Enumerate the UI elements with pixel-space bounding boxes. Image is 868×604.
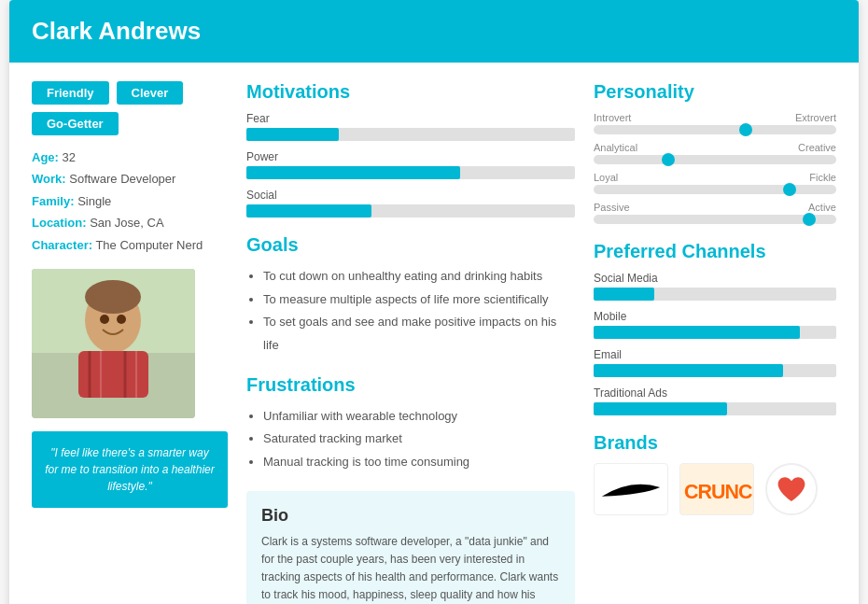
motivation-fear-bar: [246, 128, 339, 141]
frustration-item: Unfamiliar with wearable technology: [263, 405, 575, 428]
channel-bar: [594, 364, 783, 377]
motivation-power-label: Power: [246, 150, 575, 163]
frustrations-title: Frustrations: [246, 374, 575, 396]
channel-bar: [594, 326, 800, 339]
right-column: Personality Introvert Extrovert Analytic…: [594, 81, 836, 604]
motivation-fear-label: Fear: [246, 112, 575, 125]
personality-left: Loyal: [594, 172, 618, 183]
personality-track: [594, 125, 836, 134]
motivation-social-bar: [246, 204, 371, 218]
motivation-power-bar-bg: [246, 166, 575, 179]
motivations-title: Motivations: [246, 81, 575, 103]
tag-friendly[interactable]: Friendly: [32, 81, 109, 105]
quote-text: "I feel like there's a smarter way for m…: [45, 446, 214, 493]
channel-bar: [594, 288, 654, 301]
personality-track: [594, 185, 836, 194]
info-section: Age: 32 Work: Software Developer Family:…: [32, 147, 228, 256]
personality-labels-introvert: Introvert Extrovert: [594, 112, 836, 123]
frustrations-section: Frustrations Unfamiliar with wearable te…: [246, 374, 575, 474]
goals-section: Goals To cut down on unhealthy eating an…: [246, 234, 575, 358]
channel-bar: [594, 402, 727, 415]
personality-left: Analytical: [594, 142, 637, 153]
personality-dot: [783, 183, 796, 196]
personality-dot: [803, 213, 816, 226]
tag-clever[interactable]: Clever: [117, 81, 184, 105]
frustrations-list: Unfamiliar with wearable technology Satu…: [246, 405, 575, 474]
svg-text:CRUNCH: CRUNCH: [684, 481, 753, 503]
age-label: Age:: [32, 150, 59, 164]
channel-label: Mobile: [594, 310, 836, 323]
work-value: Software Developer: [69, 172, 175, 186]
channel-label: Social Media: [594, 272, 836, 285]
personality-introvert: Introvert Extrovert: [594, 112, 836, 134]
goal-item: To set goals and see and make positive i…: [263, 311, 575, 357]
location-label: Location:: [32, 216, 87, 230]
tags-container: Friendly Clever Go-Getter: [32, 81, 228, 135]
profile-body: Friendly Clever Go-Getter Age: 32 Work: …: [9, 63, 859, 604]
brand-nike: [594, 463, 668, 515]
family-label: Family:: [32, 194, 75, 208]
svg-point-10: [117, 315, 126, 324]
channel-email: Email: [594, 348, 836, 377]
bio-text: Clark is a systems software developer, a…: [261, 533, 560, 604]
personality-dot: [662, 153, 675, 166]
channel-mobile: Mobile: [594, 310, 836, 339]
profile-card: Clark Andrews Friendly Clever Go-Getter …: [9, 0, 859, 604]
brand-crunch: CRUNCH: [679, 463, 754, 515]
frustration-item: Manual tracking is too time consuming: [263, 451, 575, 474]
motivation-power: Power: [246, 150, 575, 179]
svg-point-3: [85, 280, 141, 314]
work-label: Work:: [32, 172, 66, 186]
motivations-section: Motivations Fear Power Social: [246, 81, 575, 218]
channels-title: Preferred Channels: [594, 241, 836, 262]
motivation-power-bar: [246, 166, 460, 179]
character-value: The Computer Nerd: [95, 238, 203, 252]
motivation-social: Social: [246, 189, 575, 218]
personality-right: Creative: [798, 142, 836, 153]
channel-social-media: Social Media: [594, 272, 836, 301]
character-label: Character:: [32, 238, 92, 252]
quote-box: "I feel like there's a smarter way for m…: [32, 431, 228, 508]
channel-traditional-ads: Traditional Ads: [594, 386, 836, 415]
goals-title: Goals: [246, 234, 575, 256]
channel-bar-bg: [594, 364, 836, 377]
channel-label: Traditional Ads: [594, 386, 836, 400]
brands-section: Brands CRUNCH: [594, 432, 836, 515]
goals-list: To cut down on unhealthy eating and drin…: [246, 265, 575, 358]
personality-section: Personality Introvert Extrovert Analytic…: [594, 81, 836, 224]
family-value: Single: [77, 194, 111, 208]
svg-point-9: [100, 315, 109, 324]
profile-header: Clark Andrews: [9, 0, 859, 63]
motivation-fear-bar-bg: [246, 128, 575, 141]
personality-loyal: Loyal Fickle: [594, 172, 836, 194]
location-value: San Jose, CA: [90, 216, 164, 230]
personality-right: Extrovert: [795, 112, 836, 123]
personality-right: Fickle: [809, 172, 836, 183]
bio-title: Bio: [261, 506, 560, 526]
brands-title: Brands: [594, 432, 836, 454]
personality-title: Personality: [594, 81, 836, 103]
left-column: Friendly Clever Go-Getter Age: 32 Work: …: [32, 81, 228, 604]
personality-track: [594, 155, 836, 164]
channels-section: Preferred Channels Social Media Mobile E…: [594, 241, 836, 415]
avatar: [32, 269, 195, 418]
frustration-item: Saturated tracking market: [263, 428, 575, 451]
personality-labels-passive: Passive Active: [594, 202, 836, 213]
channel-label: Email: [594, 348, 836, 361]
motivation-fear: Fear: [246, 112, 575, 141]
goal-item: To cut down on unhealthy eating and drin…: [263, 265, 575, 288]
channel-bar-bg: [594, 326, 836, 339]
tag-gogetter[interactable]: Go-Getter: [32, 112, 119, 135]
personality-passive: Passive Active: [594, 202, 836, 224]
personality-left: Introvert: [594, 112, 631, 123]
personality-labels-loyal: Loyal Fickle: [594, 172, 836, 183]
bio-section: Bio Clark is a systems software develope…: [246, 491, 575, 604]
motivation-social-label: Social: [246, 189, 575, 202]
brand-heart: [765, 463, 818, 515]
personality-right: Active: [808, 202, 836, 213]
age-value: 32: [63, 150, 76, 164]
goal-item: To measure multiple aspects of life more…: [263, 288, 575, 312]
personality-left: Passive: [594, 202, 630, 213]
personality-labels-analytical: Analytical Creative: [594, 142, 836, 153]
motivation-social-bar-bg: [246, 204, 575, 218]
